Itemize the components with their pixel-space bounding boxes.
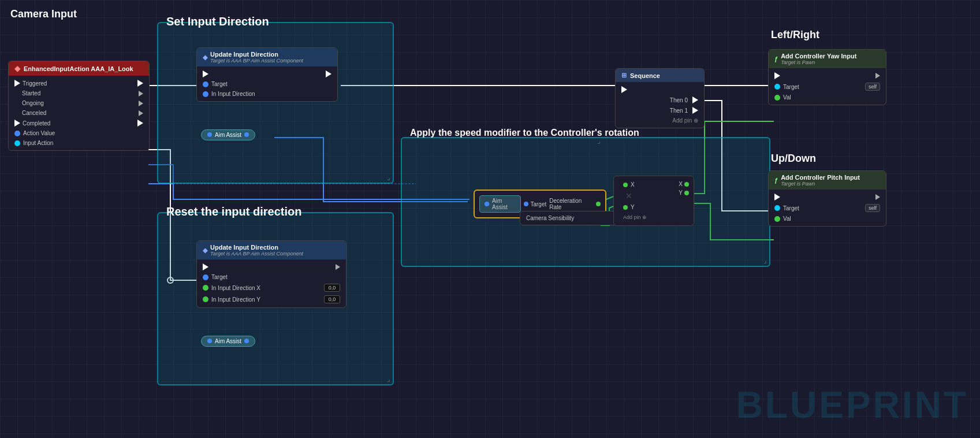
yaw-exec-in [770,70,885,81]
seq-exec-in [617,84,703,95]
enhanced-input-action-node: ◆ EnhancedInputAction AAA_IA_Look Trigge… [8,61,150,151]
add-controller-pitch-input-node: ƒ Add Controller Pitch Input Target is P… [768,170,886,227]
aim-assist-target-label: Aim Assist [492,198,516,210]
yaw-val-pin: Val [770,92,885,102]
aim-assist-label-1: Aim Assist [215,132,241,138]
seq-then1: Then 1 [617,105,703,116]
x-value[interactable]: 0,0 [324,284,340,292]
multiply-vector-node: X ✕ Y X Y [613,176,694,226]
completed-pin: Completed [10,118,148,128]
multiply-symbol: ✕ [623,191,632,201]
completed-label: Completed [23,120,135,127]
yaw-target-label: Target [783,84,862,90]
update-input-2-sub: Target is AAA BP Aim Assist Component [210,251,303,257]
yaw-val-label: Val [783,94,880,101]
yaw-node-sub: Target is Pawn [781,60,856,65]
triggered-label: Triggered [23,80,135,87]
diamond-icon-1: ◆ [203,54,207,61]
action-value-label: Action Value [23,130,143,136]
camera-sensibility-node: Camera Sensibility [520,211,627,225]
multiply-y-in: Y [618,202,639,212]
target-pin-1: Target [198,79,336,89]
x-out-label: X [679,181,683,187]
y-value[interactable]: 0,0 [324,295,340,303]
pitch-node-title: Add Controller Pitch Input [781,174,860,181]
decel-rate-row: Aim Assist Target Deceleration Rate [479,195,601,213]
resize-handle-2[interactable]: ⌟ [387,375,390,383]
sequence-icon: ⊞ [621,72,627,79]
target-label-1: Target [211,81,331,87]
diamond-icon: ◆ [14,64,20,73]
sequence-node: ⊞ Sequence Then 0 Then 1 Add pin ⊕ [615,68,705,128]
set-input-direction-title: Set Input Direction [164,15,271,28]
add-pin-label: Add pin ⊕ [621,117,698,124]
multiply-x-mark: ✕ [618,190,639,202]
y-out-label: Y [679,190,683,196]
y-label: Y [631,204,635,210]
yaw-target-pin: Target self [770,81,885,92]
update-input-2-title: Update Input Direction [210,244,303,251]
in-input-direction-label-1: In Input Direction [211,91,331,97]
resize-corner-1[interactable]: ⌟ [597,137,601,145]
input-action-label: Input Action [23,140,143,146]
triggered-pin: Triggered [10,78,148,88]
in-input-direction-x-label: In Input Direction X [211,285,321,291]
ongoing-pin: Ongoing [10,98,148,108]
cam-sensibility-label: Camera Sensibility [526,215,574,221]
deceleration-rate-label: Deceleration Rate [549,198,592,210]
multiply-addpin[interactable]: Add pin ⊕ [618,212,689,222]
pitch-target-pin: Target self [770,202,885,214]
update-input-direction-node-1: ◆ Update Input Direction Target is AAA B… [196,47,338,102]
yaw-node-title: Add Controller Yaw Input [781,53,856,60]
ongoing-label: Ongoing [22,100,136,106]
sequence-title: Sequence [630,72,660,79]
multiply-add-pin-label: Add pin ⊕ [623,214,647,220]
in-input-direction-y-pin: In Input Direction Y 0,0 [198,294,345,305]
function-icon-yaw: ƒ [774,55,778,62]
target-label-decel: Target [530,201,546,207]
set-input-direction-group: Set Input Direction ⌟ [157,22,394,184]
x-label: X [631,181,635,188]
input-action-pin: Input Action [10,138,148,148]
action-value-pin: Action Value [10,128,148,138]
pitch-target-value: self [865,204,880,212]
then0-label: Then 0 [621,97,688,103]
up-down-section-label: Up/Down [771,153,816,165]
pitch-node-sub: Target is Pawn [781,181,860,187]
pitch-target-label: Target [783,205,862,211]
resize-handle-3[interactable]: ⌟ [763,257,767,265]
left-right-section-label: Left/Right [771,29,819,41]
resize-handle-1[interactable]: ⌟ [387,173,390,181]
exec-in-2 [198,262,345,272]
seq-addpin[interactable]: Add pin ⊕ [617,116,703,125]
enhanced-input-node-title: EnhancedInputAction AAA_IA_Look [24,65,133,72]
pitch-exec-in [770,192,885,202]
update-input-1-sub: Target is AAA BP Aim Assist Component [210,58,303,64]
target-label-2: Target [211,274,340,280]
canceled-pin: Canceled [10,108,148,118]
started-label: Started [22,90,136,96]
update-input-1-title: Update Input Direction [210,51,303,58]
add-controller-yaw-input-node: ƒ Add Controller Yaw Input Target is Paw… [768,49,886,105]
target-pin-2: Target [198,272,345,282]
seq-then0: Then 0 [617,95,703,105]
exec-in-1 [198,69,336,79]
pitch-val-pin: Val [770,214,885,224]
apply-speed-modifier-title: Apply the speed modifier to the Controll… [408,128,642,138]
pitch-val-label: Val [783,216,880,222]
in-input-direction-y-label: In Input Direction Y [211,296,321,303]
page-title: Camera Input [10,8,77,20]
aim-assist-button-2[interactable]: Aim Assist [201,335,255,347]
reset-input-direction-title: Reset the input direction [164,205,304,218]
diamond-icon-2: ◆ [203,247,207,254]
started-pin: Started [10,88,148,98]
aim-assist-label-2: Aim Assist [215,338,241,344]
function-icon-pitch: ƒ [774,177,778,184]
in-input-direction-pin-1: In Input Direction [198,89,336,99]
aim-assist-button-1[interactable]: Aim Assist [201,129,255,140]
multiply-x-in: X [618,180,639,190]
blueprint-watermark: BLUEPRINT [736,384,968,426]
in-input-direction-x-pin: In Input Direction X 0,0 [198,282,345,294]
then1-label: Then 1 [621,107,688,114]
cam-sensibility-row: Camera Sensibility [526,215,620,221]
